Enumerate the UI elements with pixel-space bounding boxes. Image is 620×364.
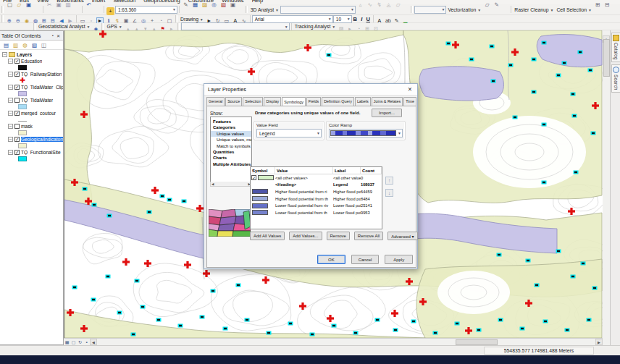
vectorization-layer-combo[interactable]: ▼ <box>414 6 446 14</box>
layer-symbol-swatch[interactable] <box>18 121 27 122</box>
cell-selection-dropdown[interactable]: Cell Selection ▼ <box>555 7 592 12</box>
scroll-left-icon[interactable]: ◀ <box>90 339 97 345</box>
tab-symbology[interactable]: Symbology <box>282 97 306 106</box>
tab-definition-query[interactable]: Definition Query <box>322 97 354 106</box>
paste-icon[interactable]: ▥ <box>64 1 72 9</box>
layer-name[interactable]: Education <box>21 59 42 64</box>
tab-source[interactable]: Source <box>225 97 242 106</box>
layer-symbol-swatch[interactable] <box>18 104 27 109</box>
value-field-combo[interactable]: Legend▼ <box>256 129 322 137</box>
tracking-layer-combo[interactable]: ▼ <box>181 22 290 30</box>
search-tab[interactable]: Search <box>611 64 620 93</box>
map-horizontal-scrollbar[interactable]: ◀ ▶ <box>90 339 603 346</box>
symbol-swatch[interactable] <box>252 189 268 194</box>
copy-icon[interactable]: ▣ <box>55 1 63 9</box>
catalog-window-icon[interactable]: ▨ <box>201 1 209 9</box>
layer-symbol-swatch[interactable]: ✚ <box>18 78 27 83</box>
layer-visibility-checkbox[interactable]: ✓ <box>14 137 20 142</box>
layer-visibility-checkbox[interactable]: ✓ <box>14 111 20 116</box>
show-item-features[interactable]: Features <box>211 119 251 124</box>
layer-name[interactable]: TQ_RailwayStation <box>21 72 62 77</box>
scroll-thumb[interactable] <box>603 39 610 77</box>
show-item-unique-values[interactable]: Unique values <box>211 131 251 137</box>
toc-layer-TQ_RailwayStation[interactable]: –✓TQ_RailwayStation <box>2 71 63 77</box>
symbology-row[interactable]: Lower flood potential from thLower flood… <box>251 209 382 216</box>
menu-geoprocessing[interactable]: Geoprocessing <box>143 0 180 4</box>
layer-name[interactable]: GeologicalIndicatorsFloo <box>21 137 63 142</box>
apply-button[interactable]: Apply <box>385 255 413 264</box>
symbol-swatch[interactable] <box>252 203 268 208</box>
symbology-row[interactable]: Higher flood potential from thHigher flo… <box>251 195 382 203</box>
toc-layer-Education[interactable]: –✓Education <box>2 58 63 64</box>
layer-name[interactable]: merged_coutour <box>21 111 56 116</box>
symbology-row[interactable]: Higher flood potential from riHigher flo… <box>251 188 382 195</box>
open-folder-icon[interactable]: ▱ <box>15 1 23 9</box>
collapse-icon[interactable]: – <box>8 111 13 116</box>
layer-symbol-swatch[interactable] <box>18 91 27 96</box>
collapse-icon[interactable]: – <box>8 137 13 142</box>
layer-visibility-checkbox[interactable]: ✓ <box>14 72 20 77</box>
editor-pencil-icon[interactable]: ✎ <box>182 1 190 9</box>
cell-erase-icon[interactable]: ⊟ <box>603 1 611 9</box>
attribute-table-icon[interactable]: ▦ <box>191 1 199 9</box>
layer-name[interactable]: TQ_TidalWater <box>21 98 53 103</box>
3d-analyst-dropdown[interactable]: 3D Analyst ▼ <box>249 7 280 12</box>
tab-time[interactable]: Time <box>403 97 416 106</box>
show-item-match-to-symbols-in-a[interactable]: Match to symbols in a <box>211 143 251 149</box>
contour-icon[interactable]: ◬ <box>385 1 393 9</box>
symbol-swatch[interactable] <box>258 175 274 180</box>
tab-general[interactable]: General <box>206 97 225 106</box>
layer-visibility-checkbox[interactable]: ✓ <box>14 150 20 155</box>
map-vertical-scrollbar[interactable]: ▲ ▼ <box>603 30 610 345</box>
pause-drawing-icon[interactable]: ▪ <box>83 339 90 345</box>
layer-symbol-swatch[interactable] <box>18 130 27 135</box>
vector-trace-icon[interactable]: ▱ <box>483 1 491 9</box>
toc-close-icon[interactable]: ✕ <box>55 33 62 38</box>
vector-pen-icon[interactable]: ✎ <box>493 1 500 9</box>
add-values--button[interactable]: Add Values... <box>289 232 322 240</box>
collapse-icon[interactable]: – <box>2 52 7 57</box>
show-item-categories[interactable]: Categories <box>211 124 251 130</box>
geostatistical-analyst-dropdown[interactable]: Geostatistical Analyst ▼ <box>37 24 91 29</box>
advanced-button[interactable]: Advanced ▾ <box>388 232 417 240</box>
tab-joins-relates[interactable]: Joins & Relates <box>372 97 403 106</box>
toc-layer-merged_coutour[interactable]: –✓merged_coutour <box>2 110 63 117</box>
vectorization-dropdown[interactable]: Vectorization ▼ <box>446 7 482 12</box>
collapse-icon[interactable]: – <box>8 150 13 155</box>
show-item-unique-values-many[interactable]: Unique values, many <box>211 137 251 143</box>
toc-layer-TQ_FunctionalSite[interactable]: –✓TQ_FunctionalSite <box>2 149 63 156</box>
list-by-drawing-order-icon[interactable]: ▤ <box>2 41 10 49</box>
collapse-icon[interactable]: – <box>8 98 13 103</box>
layer-name[interactable]: TQ_FunctionalSite <box>21 150 61 155</box>
layer-visibility-checkbox[interactable] <box>14 124 20 129</box>
font-family-combo[interactable]: Arial▼ <box>252 15 333 23</box>
layer-name[interactable]: TQ_TidalWater_Clip <box>21 85 63 90</box>
toc-root-label[interactable]: Layers <box>17 52 32 57</box>
menu-selection[interactable]: Selection <box>113 0 135 4</box>
3d-layer-combo[interactable]: ▼ <box>280 6 356 14</box>
show-item-charts[interactable]: Charts <box>211 155 251 161</box>
profile-graph-icon[interactable]: ▱ <box>394 1 402 9</box>
layer-visibility-checkbox[interactable]: ✓ <box>14 59 20 64</box>
undo-icon[interactable]: ↶ <box>85 1 93 9</box>
steepest-path-icon[interactable]: ↯ <box>375 1 383 9</box>
column-header-value[interactable]: Value <box>275 167 333 174</box>
cut-icon[interactable]: ✂ <box>46 1 54 9</box>
collapse-icon[interactable]: – <box>8 124 13 129</box>
layer-name[interactable]: mask <box>21 124 33 129</box>
column-header-symbol[interactable]: Symbol <box>251 167 275 174</box>
layer-symbol-swatch[interactable] <box>18 143 27 148</box>
python-window-icon[interactable]: ▣ <box>229 1 237 9</box>
collapse-icon[interactable]: – <box>8 72 13 77</box>
create-tin-icon[interactable]: ▵ <box>356 1 364 9</box>
collapse-icon[interactable]: – <box>8 85 13 90</box>
layer-symbol-swatch[interactable] <box>18 156 27 161</box>
layer-visibility-checkbox[interactable] <box>14 98 20 103</box>
toc-layer-GeologicalIndicatorsFloo[interactable]: –✓GeologicalIndicatorsFloo <box>2 136 63 143</box>
tab-display[interactable]: Display <box>264 97 281 106</box>
search-window-icon[interactable]: ◎ <box>210 1 218 9</box>
list-by-selection-icon[interactable]: ▧ <box>30 41 38 49</box>
color-ramp-combo[interactable]: ▼ <box>329 129 403 137</box>
symbology-row[interactable]: Lower flood potential from rivLower floo… <box>251 202 382 209</box>
scroll-right-icon[interactable]: ▶ <box>595 339 603 345</box>
